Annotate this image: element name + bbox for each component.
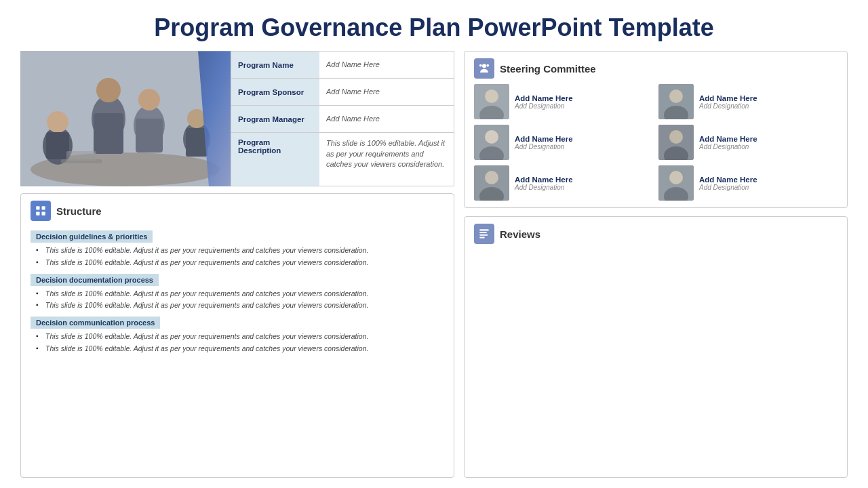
info-row-program-description: Program Description This slide is 100% e… — [231, 133, 454, 186]
left-column: Program Name Add Name Here Program Spons… — [20, 51, 454, 478]
member-designation-4: Add Designation — [515, 184, 573, 191]
member-avatar-2 — [474, 125, 509, 160]
bullet-list-2: This slide is 100% editable. Adjust it a… — [36, 331, 444, 353]
bullet-1-1: This slide is 100% editable. Adjust it a… — [36, 300, 444, 310]
right-column: Steering Committee Add N — [464, 51, 848, 478]
svg-point-36 — [485, 171, 498, 184]
member-avatar-3 — [658, 125, 694, 160]
svg-rect-17 — [42, 207, 45, 210]
svg-rect-16 — [36, 207, 39, 210]
svg-rect-12 — [66, 151, 96, 161]
info-row-program-manager: Program Manager Add Name Here — [231, 106, 454, 133]
svg-point-21 — [486, 64, 489, 67]
svg-rect-44 — [479, 237, 485, 239]
svg-rect-18 — [36, 212, 39, 216]
photo-area — [20, 51, 231, 186]
bullet-list-0: This slide is 100% editable. Adjust it a… — [36, 245, 444, 267]
member-designation-5: Add Designation — [699, 184, 757, 191]
steering-title: Steering Committee — [500, 63, 596, 75]
main-content: Program Name Add Name Here Program Spons… — [20, 51, 848, 478]
svg-point-22 — [479, 64, 482, 67]
committee-member-5: Add Name Here Add Designation — [658, 165, 837, 201]
page-title: Program Governance Plan PowerPoint Templ… — [20, 14, 848, 41]
info-label-program-manager: Program Manager — [231, 106, 319, 132]
subsection-label-1: Decision documentation process — [31, 274, 159, 286]
svg-rect-41 — [479, 230, 489, 231]
info-label-program-name: Program Name — [231, 52, 319, 78]
member-designation-1: Add Designation — [699, 102, 757, 110]
bullet-1-0: This slide is 100% editable. Adjust it a… — [36, 289, 444, 299]
bullet-2-0: This slide is 100% editable. Adjust it a… — [36, 331, 444, 342]
svg-point-33 — [669, 130, 683, 144]
svg-rect-4 — [46, 132, 69, 159]
structure-icon — [31, 201, 51, 221]
member-avatar-1 — [658, 84, 694, 119]
committee-member-2: Add Name Here Add Designation — [474, 125, 653, 160]
photo-background — [20, 51, 231, 186]
info-label-program-description: Program Description — [231, 133, 319, 186]
structure-title: Structure — [56, 205, 102, 217]
member-name-2: Add Name Here — [515, 135, 573, 143]
bullet-0-1: This slide is 100% editable. Adjust it a… — [36, 258, 444, 268]
info-value-program-name: Add Name Here — [319, 52, 387, 78]
svg-rect-7 — [94, 113, 123, 154]
svg-point-9 — [138, 89, 160, 110]
info-label-program-sponsor: Program Sponsor — [231, 79, 319, 105]
committee-member-1: Add Name Here Add Designation — [658, 84, 837, 119]
bullet-list-1: This slide is 100% editable. Adjust it a… — [36, 289, 444, 310]
svg-point-30 — [485, 130, 498, 144]
member-info-2: Add Name Here Add Designation — [515, 135, 573, 150]
member-name-4: Add Name Here — [515, 176, 573, 184]
member-avatar-5 — [658, 165, 694, 201]
member-info-4: Add Name Here Add Designation — [515, 176, 573, 191]
info-value-program-description: This slide is 100% editable. Adjust it a… — [319, 133, 454, 186]
reviews-icon — [474, 224, 494, 244]
member-avatar-4 — [474, 165, 509, 201]
member-info-5: Add Name Here Add Designation — [699, 176, 757, 191]
bullet-0-0: This slide is 100% editable. Adjust it a… — [36, 245, 444, 256]
structure-header: Structure — [31, 201, 444, 221]
committee-member-4: Add Name Here Add Designation — [474, 165, 653, 201]
member-name-0: Add Name Here — [515, 94, 573, 102]
member-designation-0: Add Designation — [515, 102, 573, 110]
info-table: Program Name Add Name Here Program Spons… — [231, 51, 454, 186]
reviews-box: Reviews — [464, 216, 848, 478]
steering-header: Steering Committee — [474, 58, 837, 79]
svg-rect-10 — [136, 119, 163, 152]
info-row-program-name: Program Name Add Name Here — [231, 52, 454, 79]
committee-member-0: Add Name Here Add Designation — [474, 84, 653, 119]
subsection-label-2: Decision communication process — [31, 317, 160, 329]
steering-icon — [474, 58, 494, 79]
svg-point-3 — [47, 111, 68, 133]
member-designation-2: Add Designation — [515, 143, 573, 150]
committee-grid: Add Name Here Add Designation — [474, 84, 837, 201]
svg-point-39 — [669, 171, 683, 184]
member-info-3: Add Name Here Add Designation — [699, 135, 757, 150]
member-name-1: Add Name Here — [699, 94, 757, 102]
member-designation-3: Add Designation — [699, 143, 757, 150]
svg-point-24 — [485, 89, 498, 103]
member-avatar-0 — [474, 84, 509, 119]
page-wrapper: Program Governance Plan PowerPoint Templ… — [0, 0, 868, 488]
svg-rect-19 — [42, 212, 45, 216]
svg-point-20 — [482, 64, 486, 68]
subsection-label-0: Decision guidelines & priorities — [31, 230, 153, 243]
svg-point-6 — [96, 78, 121, 102]
committee-member-3: Add Name Here Add Designation — [658, 125, 837, 160]
svg-rect-43 — [479, 235, 488, 236]
member-info-1: Add Name Here Add Designation — [699, 94, 757, 110]
structure-box: Structure Decision guidelines & prioriti… — [20, 193, 454, 478]
steering-committee-box: Steering Committee Add N — [464, 51, 848, 208]
svg-rect-15 — [186, 128, 208, 157]
top-left-section: Program Name Add Name Here Program Spons… — [20, 51, 454, 186]
reviews-header: Reviews — [474, 224, 837, 244]
bullet-2-1: This slide is 100% editable. Adjust it a… — [36, 344, 444, 354]
member-info-0: Add Name Here Add Designation — [515, 94, 573, 110]
reviews-title: Reviews — [500, 228, 540, 240]
member-name-5: Add Name Here — [699, 176, 757, 184]
member-name-3: Add Name Here — [699, 135, 757, 143]
info-value-program-manager: Add Name Here — [319, 106, 387, 132]
info-value-program-sponsor: Add Name Here — [319, 79, 387, 105]
svg-rect-42 — [479, 232, 487, 233]
info-row-program-sponsor: Program Sponsor Add Name Here — [231, 79, 454, 106]
